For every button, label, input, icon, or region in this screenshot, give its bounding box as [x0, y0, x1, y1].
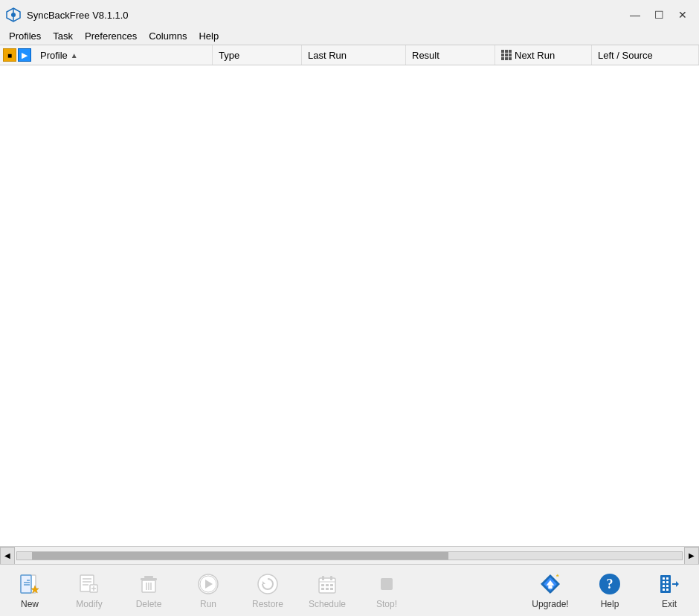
horizontal-scrollbar[interactable]: ◀ ▶ — [0, 546, 699, 564]
stop-button[interactable]: Stop! — [357, 568, 416, 613]
modify-label: Modify — [76, 599, 102, 609]
schedule-button[interactable]: Schedule — [297, 568, 357, 613]
svg-rect-33 — [330, 584, 333, 586]
filter-orange-button[interactable]: ■ — [3, 48, 16, 62]
help-button[interactable]: ? Help — [580, 568, 640, 613]
svg-point-1 — [11, 13, 16, 17]
svg-rect-32 — [326, 584, 329, 586]
sort-arrow-profile: ▲ — [71, 51, 78, 59]
upgrade-button[interactable]: Upgrade! — [521, 568, 580, 613]
help-icon: ? — [598, 572, 622, 596]
minimize-button[interactable]: — — [625, 6, 645, 24]
menu-columns[interactable]: Columns — [143, 29, 193, 43]
svg-rect-31 — [321, 584, 324, 586]
restore-icon — [256, 572, 280, 596]
svg-rect-50 — [663, 585, 665, 587]
window-controls: — ☐ ✕ — [625, 6, 693, 24]
new-label: New — [21, 599, 39, 609]
svg-point-25 — [258, 574, 277, 594]
app-icon — [6, 7, 21, 22]
scroll-track[interactable] — [16, 551, 683, 560]
maximize-button[interactable]: ☐ — [648, 6, 669, 24]
title-bar: SyncBackFree V8.1.1.0 — ☐ ✕ — [0, 0, 699, 27]
exit-label: Exit — [662, 599, 677, 609]
run-label: Run — [200, 599, 216, 609]
svg-text:?: ? — [607, 577, 613, 591]
svg-rect-53 — [666, 589, 669, 591]
svg-rect-46 — [663, 577, 665, 580]
svg-rect-47 — [666, 577, 669, 580]
svg-rect-48 — [663, 581, 665, 583]
help-label: Help — [601, 599, 619, 609]
svg-rect-36 — [330, 588, 333, 590]
run-button[interactable]: Run — [178, 568, 238, 613]
restore-label: Restore — [252, 599, 283, 609]
svg-rect-34 — [321, 588, 324, 590]
svg-rect-30 — [330, 576, 332, 580]
scroll-thumb[interactable] — [32, 552, 448, 560]
column-header-row: ■ ▶ Profile ▲ Type Last Run Result Next … — [0, 45, 699, 65]
svg-rect-52 — [663, 589, 665, 591]
col-header-profile[interactable]: Profile ▲ — [34, 45, 213, 65]
svg-marker-42 — [556, 574, 559, 577]
toolbar-spacer — [416, 568, 521, 613]
exit-icon — [657, 572, 681, 596]
upgrade-label: Upgrade! — [532, 599, 568, 609]
menu-preferences[interactable]: Preferences — [79, 29, 143, 43]
svg-marker-55 — [676, 581, 679, 587]
close-button[interactable]: ✕ — [672, 6, 693, 24]
exit-button[interactable]: Exit — [640, 568, 699, 613]
menu-bar: Profiles Task Preferences Columns Help — [0, 27, 699, 45]
delete-label: Delete — [136, 599, 162, 609]
upgrade-icon — [538, 572, 562, 596]
restore-button[interactable]: Restore — [238, 568, 297, 613]
svg-rect-29 — [322, 576, 324, 580]
menu-profiles[interactable]: Profiles — [3, 29, 47, 43]
run-icon — [196, 572, 220, 596]
stop-icon — [375, 572, 399, 596]
toolbar: New Modify — [0, 564, 699, 616]
col-header-lastrun[interactable]: Last Run — [302, 45, 406, 65]
svg-rect-35 — [326, 588, 329, 590]
modify-button[interactable]: Modify — [59, 568, 119, 613]
scroll-right-button[interactable]: ▶ — [684, 547, 699, 565]
svg-rect-45 — [660, 575, 671, 593]
new-button[interactable]: New — [0, 568, 59, 613]
svg-rect-51 — [666, 585, 669, 587]
svg-rect-41 — [548, 585, 552, 588]
schedule-label: Schedule — [309, 599, 346, 609]
col-header-leftsource[interactable]: Left / Source — [592, 45, 699, 65]
grid-icon — [501, 50, 512, 60]
svg-rect-18 — [144, 576, 153, 578]
svg-rect-49 — [666, 581, 669, 583]
menu-task[interactable]: Task — [47, 29, 79, 43]
filter-blue-button[interactable]: ▶ — [18, 48, 31, 62]
schedule-icon — [315, 572, 339, 596]
svg-rect-37 — [381, 578, 393, 590]
svg-rect-5 — [21, 575, 31, 593]
delete-icon — [137, 572, 161, 596]
scroll-left-button[interactable]: ◀ — [0, 547, 15, 565]
col-header-result[interactable]: Result — [406, 45, 495, 65]
main-content-area — [0, 65, 699, 546]
col-header-type[interactable]: Type — [213, 45, 302, 65]
col-header-nextrun[interactable]: Next Run — [495, 45, 592, 65]
app-title: SyncBackFree V8.1.1.0 — [27, 10, 129, 21]
new-icon — [18, 572, 42, 596]
menu-help[interactable]: Help — [193, 29, 225, 43]
delete-button[interactable]: Delete — [119, 568, 178, 613]
modify-icon — [77, 572, 101, 596]
stop-label: Stop! — [376, 599, 397, 609]
